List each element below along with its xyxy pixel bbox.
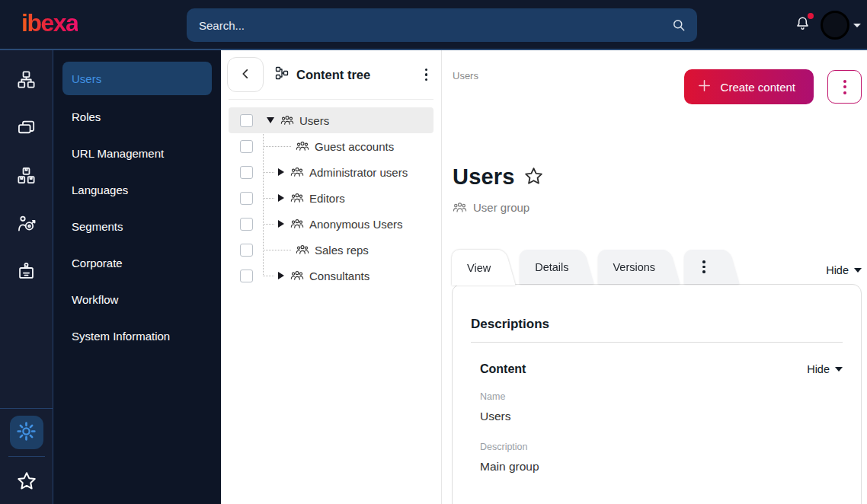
section-title: Descriptions	[471, 317, 843, 332]
badge-icon	[16, 261, 37, 284]
rail-divider	[8, 456, 45, 457]
user-group-icon	[453, 200, 467, 215]
content-tree-panel: Content tree Users Guest accounts Admini…	[221, 50, 442, 504]
avatar	[821, 11, 849, 40]
sidebar-item-users[interactable]: Users	[62, 62, 212, 95]
tree-row-administrator-users[interactable]: Administrator users	[229, 159, 434, 185]
content-tree: Users Guest accounts Administrator users…	[221, 100, 441, 289]
content-tree-header: Content tree	[221, 50, 441, 99]
rail-item-bookmarks[interactable]	[0, 460, 53, 504]
tab-view[interactable]: View	[452, 250, 500, 285]
tree-checkbox[interactable]	[240, 140, 253, 153]
sidebar-item-system-information[interactable]: System Information	[62, 317, 212, 354]
tree-row-anonymous-users[interactable]: Anonymous Users	[229, 211, 434, 237]
tab-versions[interactable]: Versions	[598, 250, 665, 284]
sidebar-item-workflow[interactable]: Workflow	[62, 281, 212, 317]
page-title: Users	[453, 164, 515, 190]
search-input[interactable]	[187, 19, 671, 32]
rail-item-content-types[interactable]	[0, 104, 53, 152]
sidebar-item-segments[interactable]: Segments	[62, 208, 212, 244]
tree-row-guest-accounts[interactable]: Guest accounts	[229, 133, 434, 159]
content-field-group: Content Hide Name Users Description Main…	[480, 362, 843, 474]
sidebar-item-languages[interactable]: Languages	[62, 171, 212, 208]
tree-checkbox[interactable]	[240, 114, 253, 127]
field-name: Name Users	[480, 391, 843, 423]
main-content: Users Create content Users User group Vi…	[442, 50, 867, 504]
create-content-button[interactable]: Create content	[684, 69, 814, 104]
field-description: Description Main group	[480, 442, 843, 474]
notification-badge	[808, 13, 814, 19]
content-options-button[interactable]	[827, 70, 862, 104]
star-icon	[16, 471, 37, 494]
divider	[471, 342, 843, 343]
kebab-icon	[702, 260, 705, 273]
tree-connector	[263, 250, 291, 250]
tree-connector	[263, 224, 274, 225]
rail-divider	[0, 408, 53, 409]
expand-node-icon[interactable]	[278, 272, 284, 279]
tab-more[interactable]	[684, 250, 724, 284]
content-type-badge: User group	[453, 200, 529, 215]
hide-group-button[interactable]: Hide	[807, 363, 843, 375]
expand-node-icon[interactable]	[278, 220, 284, 228]
tree-row-users[interactable]: Users	[229, 107, 434, 133]
icon-rail	[0, 50, 53, 504]
search-icon[interactable]	[671, 18, 686, 33]
user-group-icon	[290, 217, 304, 231]
tree-options-button[interactable]	[421, 64, 433, 86]
tree-connector	[263, 276, 274, 276]
sidebar-menu: Users Roles URL Management Languages Seg…	[53, 50, 221, 504]
chevron-down-icon	[853, 24, 861, 27]
tree-checkbox[interactable]	[240, 218, 253, 231]
hide-tab-content-button[interactable]: Hide	[826, 264, 862, 276]
content-tree-title: Content tree	[274, 65, 421, 84]
global-search	[187, 8, 697, 42]
tab-details[interactable]: Details	[520, 250, 577, 284]
user-menu-button[interactable]	[821, 11, 861, 40]
tree-checkbox[interactable]	[240, 244, 253, 257]
caret-down-icon	[854, 268, 862, 273]
tree-row-sales-reps[interactable]: Sales reps	[229, 237, 434, 263]
favorite-star-button[interactable]	[523, 166, 544, 189]
chevron-left-icon	[237, 65, 254, 85]
stacked-cards-icon	[16, 117, 37, 140]
user-group-icon	[290, 269, 304, 282]
tree-checkbox[interactable]	[240, 270, 253, 282]
user-group-icon	[296, 243, 309, 257]
user-group-icon	[290, 191, 304, 205]
tab-bar: View Details Versions Hide	[452, 250, 862, 284]
tree-checkbox[interactable]	[240, 192, 253, 205]
rail-item-product-catalog[interactable]	[0, 152, 53, 200]
expand-node-icon[interactable]	[278, 194, 284, 202]
caret-down-icon	[835, 367, 843, 372]
plus-icon	[696, 78, 712, 96]
rail-item-content-structure[interactable]	[0, 56, 53, 104]
sidebar-item-url-management[interactable]: URL Management	[62, 135, 212, 171]
user-group-icon	[290, 165, 304, 179]
breadcrumb[interactable]: Users	[453, 70, 478, 81]
boxes-icon	[16, 165, 37, 188]
topbar-actions	[789, 0, 861, 50]
tree-checkbox[interactable]	[240, 166, 253, 179]
topbar: ibexa	[0, 0, 867, 50]
rail-item-corporate-accounts[interactable]	[0, 248, 53, 296]
group-title: Content	[480, 362, 807, 376]
collapse-tree-button[interactable]	[227, 57, 264, 92]
gear-icon	[16, 421, 37, 444]
star-icon	[523, 166, 544, 189]
user-group-icon	[296, 139, 309, 153]
tree-connector	[263, 146, 291, 147]
rail-item-settings[interactable]	[10, 416, 43, 449]
tree-connector	[263, 172, 274, 173]
view-tab-panel: Descriptions Content Hide Name Users Des…	[452, 284, 862, 504]
notifications-button[interactable]	[789, 11, 816, 40]
tree-icon	[274, 65, 290, 84]
sidebar-item-roles[interactable]: Roles	[62, 98, 212, 135]
rail-item-personalization[interactable]	[0, 200, 53, 248]
ibexa-logo[interactable]: ibexa	[21, 9, 78, 37]
collapse-node-icon[interactable]	[267, 117, 274, 123]
tree-row-consultants[interactable]: Consultants	[229, 263, 434, 289]
expand-node-icon[interactable]	[278, 168, 284, 176]
tree-row-editors[interactable]: Editors	[229, 185, 434, 211]
sidebar-item-corporate[interactable]: Corporate	[62, 244, 212, 281]
